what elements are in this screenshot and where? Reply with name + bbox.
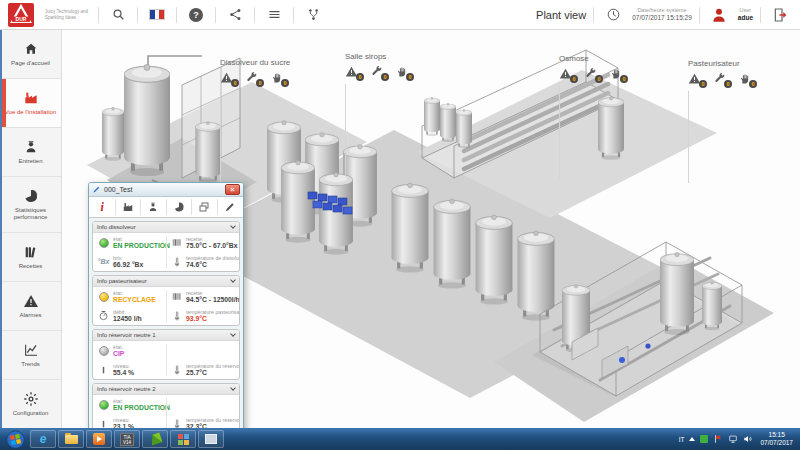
edit-tab-button[interactable] bbox=[218, 199, 243, 215]
sidebar-item-trends[interactable]: Trends bbox=[0, 331, 61, 380]
taskbar-app-media-player[interactable] bbox=[86, 430, 112, 448]
pie-chart-icon bbox=[23, 188, 39, 204]
home-icon bbox=[23, 41, 39, 57]
language-indicator[interactable]: IT bbox=[679, 436, 685, 443]
maintenance-worker-icon bbox=[147, 201, 159, 213]
section-reservoir-neutre-2: Info réservoir neutre 2 état:EN PRODUCTI… bbox=[92, 383, 240, 428]
sidebar-item-label: Page d'accueil bbox=[9, 60, 52, 67]
plant-tab-button[interactable] bbox=[116, 199, 142, 215]
window-title-bar[interactable]: 000_Test × bbox=[89, 183, 243, 197]
user-icon[interactable] bbox=[707, 3, 731, 27]
taskbar-app-browser[interactable]: e bbox=[30, 430, 56, 448]
help-icon[interactable]: ? bbox=[184, 3, 208, 27]
statistics-tab-button[interactable] bbox=[167, 199, 193, 215]
divider bbox=[593, 7, 594, 23]
level-cell: niveau:55.4 % bbox=[93, 360, 166, 379]
info-tab-button[interactable]: i bbox=[90, 199, 116, 215]
temperature-cell: température de dissolution:74.6°C bbox=[166, 252, 239, 271]
leader-line bbox=[220, 90, 221, 182]
leader-line bbox=[559, 86, 560, 178]
sidebar-item-alarms[interactable]: Alarmes bbox=[0, 282, 61, 331]
divider bbox=[293, 7, 294, 23]
manual-count-badge: 0 bbox=[281, 79, 289, 87]
hidden-icons-caret[interactable] bbox=[689, 437, 695, 441]
divider bbox=[699, 7, 700, 23]
section-header[interactable]: Info réservoir neutre 2 bbox=[93, 384, 239, 395]
flow-cell: débit:12450 l/h bbox=[93, 306, 166, 325]
maintenance-tab-button[interactable] bbox=[141, 199, 167, 215]
status-led-green bbox=[99, 238, 109, 248]
level-icon bbox=[99, 364, 108, 376]
area-osmose: Osmose 0 0 0 bbox=[559, 54, 675, 80]
temperature-cell: température du réservoir:25.7°C bbox=[166, 360, 239, 379]
media-player-icon bbox=[93, 433, 105, 445]
level-icon bbox=[99, 418, 108, 429]
taskbar-app-explorer[interactable] bbox=[58, 430, 84, 448]
maintenance-count-badge: 0 bbox=[595, 75, 603, 83]
network-icon[interactable] bbox=[728, 434, 738, 444]
system-datetime: Date/heure système 07/07/2017 15:15:29 bbox=[632, 7, 692, 22]
area-maintenance-button[interactable]: 0 bbox=[713, 71, 727, 85]
barcode-icon bbox=[171, 237, 182, 248]
recipes-books-icon bbox=[23, 244, 39, 260]
internet-explorer-icon: e bbox=[40, 433, 47, 445]
divider bbox=[176, 7, 177, 23]
sidebar-item-plant-view[interactable]: Vue de l'installation bbox=[0, 79, 61, 128]
chevron-down-icon bbox=[230, 331, 236, 337]
section-header[interactable]: Info réservoir neutre 1 bbox=[93, 330, 239, 341]
area-maintenance-button[interactable]: 0 bbox=[370, 64, 384, 78]
factory-icon bbox=[23, 90, 39, 106]
sidebar-item-configuration[interactable]: Configuration bbox=[0, 380, 61, 428]
language-flag-icon[interactable] bbox=[145, 3, 169, 27]
section-header[interactable]: Info dissolveur bbox=[93, 222, 239, 233]
taskbar-app-tia-portal[interactable]: TIAV14 bbox=[114, 430, 140, 448]
area-alarms-button[interactable]: 0 bbox=[688, 71, 702, 85]
area-maintenance-button[interactable]: 0 bbox=[245, 70, 259, 84]
sidebar-item-home[interactable]: Page d'accueil bbox=[0, 30, 61, 79]
area-manual-button[interactable]: 0 bbox=[738, 71, 752, 85]
area-manual-button[interactable]: 0 bbox=[609, 66, 623, 80]
sidebar-item-statistics[interactable]: Statistiques performance bbox=[0, 177, 61, 233]
start-button[interactable] bbox=[2, 428, 28, 450]
divider bbox=[215, 7, 216, 23]
taskbar-app-graphics[interactable] bbox=[170, 430, 196, 448]
logout-icon[interactable] bbox=[768, 3, 792, 27]
speaker-icon[interactable] bbox=[743, 434, 753, 444]
share-icon[interactable] bbox=[223, 3, 247, 27]
sidebar-item-recipes[interactable]: Recettes bbox=[0, 233, 61, 282]
tray-green-icon[interactable] bbox=[700, 435, 708, 443]
state-cell: état:EN PRODUCTION bbox=[93, 233, 166, 252]
pen-icon bbox=[224, 201, 236, 213]
maintenance-worker-icon bbox=[23, 139, 39, 155]
area-maintenance-button[interactable]: 0 bbox=[584, 66, 598, 80]
windows-tab-button[interactable] bbox=[192, 199, 218, 215]
area-alarms-button[interactable]: 0 bbox=[559, 66, 573, 80]
tray-flag-icon[interactable] bbox=[713, 434, 723, 444]
pen-icon bbox=[92, 185, 101, 194]
thermometer-icon bbox=[172, 256, 182, 268]
window-app-icon bbox=[205, 434, 217, 444]
taskbar-clock[interactable]: 15:15 07/07/2017 bbox=[758, 431, 795, 448]
section-header[interactable]: Info pasteurisateur bbox=[93, 276, 239, 287]
diagnostics-branch-icon[interactable] bbox=[301, 3, 325, 27]
alarm-count-badge: 0 bbox=[570, 75, 578, 83]
faceplate-toolbar: i bbox=[89, 197, 243, 218]
taskbar-app-green[interactable] bbox=[142, 430, 168, 448]
sidebar-item-maintenance[interactable]: Entretien bbox=[0, 128, 61, 177]
faceplate-window[interactable]: 000_Test × i Info dissolveur bbox=[88, 182, 244, 428]
section-reservoir-neutre-1: Info réservoir neutre 1 état:CIP niveau:… bbox=[92, 329, 240, 380]
maintenance-count-badge: 0 bbox=[724, 80, 732, 88]
current-view-label: Plant view bbox=[536, 9, 586, 21]
area-alarms-button[interactable]: 0 bbox=[345, 64, 359, 78]
menu-icon[interactable] bbox=[262, 3, 286, 27]
taskbar-app-window[interactable] bbox=[198, 430, 224, 448]
close-icon[interactable]: × bbox=[225, 184, 240, 195]
leader-line bbox=[345, 84, 346, 176]
sidebar-item-label: Configuration bbox=[11, 410, 51, 417]
sidebar-item-label: Alarmes bbox=[17, 312, 43, 319]
area-manual-button[interactable]: 0 bbox=[395, 64, 409, 78]
search-icon[interactable] bbox=[106, 3, 130, 27]
area-alarms-button[interactable]: 0 bbox=[220, 70, 234, 84]
area-manual-button[interactable]: 0 bbox=[270, 70, 284, 84]
clock-icon bbox=[601, 3, 625, 27]
